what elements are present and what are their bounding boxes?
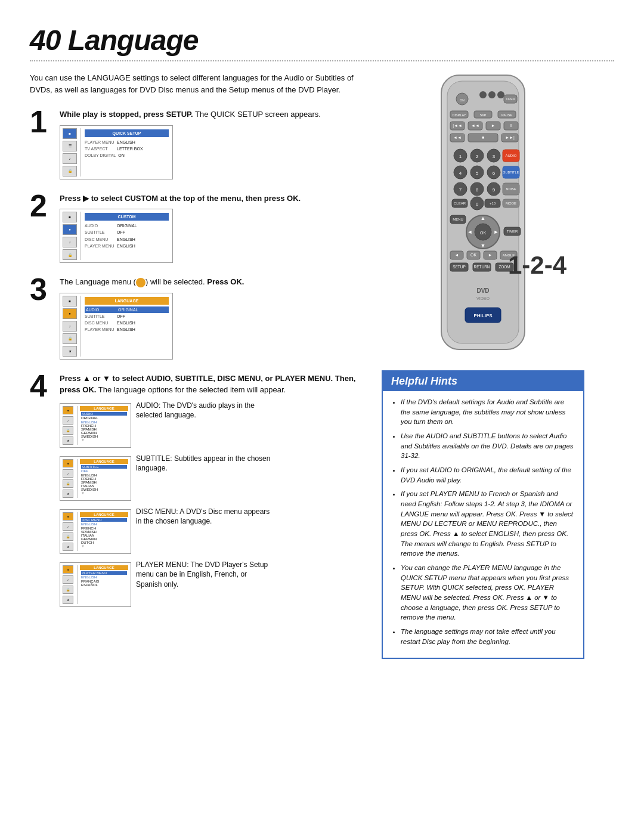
svg-point-6	[497, 91, 504, 98]
svg-text:NOISE: NOISE	[506, 187, 516, 191]
screen-row-subtitle3: SUBTITLE OFF	[85, 313, 169, 320]
player-screen-content: LANGUAGE PLAYER MENU ENGLISH FRANÇAIS ES…	[80, 565, 128, 604]
screen-row-audio2: AUDIO ORIGINAL	[85, 222, 169, 229]
icon-lock3: 🔒	[63, 333, 77, 344]
screen-row-player3: PLAYER MENU ENGLISH	[85, 326, 169, 333]
icon-disc4: ★	[63, 543, 73, 551]
svg-text:▼: ▼	[481, 243, 486, 249]
sub-step-audio: ● ♪ 🔒 ★ LANGUAGE AUDIO ORIGINAL ENGLISH …	[60, 401, 364, 448]
main-layout: You can use the LANGUAGE settings to sel…	[30, 72, 614, 659]
icon-player4: ★	[63, 596, 73, 604]
step-number-4: 4	[30, 370, 51, 401]
screen-row-disc: DISC MENU ENGLISH	[85, 236, 169, 243]
step-1-bold: While play is stopped, press SETUP.	[60, 110, 193, 119]
sub-step-subtitle: ● ♪ 🔒 ★ LANGUAGE SUBTITLE OFF ENGLISH FR…	[60, 454, 364, 501]
player-option-english: ENGLISH	[81, 575, 127, 579]
svg-text:MODE: MODE	[506, 202, 516, 205]
svg-text:◄◄: ◄◄	[471, 123, 479, 128]
subtitle-screen: ● ♪ 🔒 ★ LANGUAGE SUBTITLE OFF ENGLISH FR…	[60, 456, 131, 501]
sub-scroll-more: ▼	[81, 491, 127, 495]
step-number-2: 2	[30, 190, 51, 221]
svg-text:6: 6	[493, 171, 496, 176]
icon-sub4: ★	[63, 490, 73, 498]
icon-menu: ☰	[63, 141, 77, 151]
step-1: 1 While play is stopped, press SETUP. Th…	[30, 109, 364, 179]
audio-lang-label: AUDIO	[81, 412, 127, 416]
icon-disc1: ●	[63, 512, 73, 521]
icon-lock: 🔒	[63, 166, 77, 176]
svg-text:◄: ◄	[467, 229, 473, 235]
subtitle-lang-label: SUBTITLE	[81, 465, 127, 469]
remote-container: 1-2-4 ON OPEN DISPLAY SKP	[417, 72, 549, 358]
player-screen: ● ♪ 🔒 ★ LANGUAGE PLAYER MENU ENGLISH FRA…	[60, 562, 131, 607]
icon-lock2: 🔒	[63, 249, 77, 260]
svg-text:DISPLAY: DISPLAY	[453, 113, 466, 117]
audio-screen-content: LANGUAGE AUDIO ORIGINAL ENGLISH FRENCH S…	[80, 406, 128, 445]
step-number-3: 3	[30, 274, 51, 305]
screen-row-disc3: DISC MENU ENGLISH	[85, 320, 169, 326]
step-2-content: Press ▶ to select CUSTOM at the top of t…	[60, 193, 364, 264]
subtitle-header: LANGUAGE	[80, 459, 128, 464]
screen-row-player: PLAYER MENU ENGLISH	[85, 139, 169, 145]
svg-text:OK: OK	[470, 253, 476, 257]
subtitle-screen-content: LANGUAGE SUBTITLE OFF ENGLISH FRENCH SPA…	[80, 459, 128, 498]
svg-text:3: 3	[493, 154, 496, 159]
sub-option-off: OFF	[81, 469, 127, 473]
svg-text:CLEAR: CLEAR	[454, 202, 466, 205]
svg-text:TIMER: TIMER	[507, 230, 518, 233]
disc-scroll-more: ▼	[81, 544, 127, 548]
svg-text:7: 7	[459, 187, 462, 193]
icon-player1: ●	[63, 565, 73, 574]
audio-screen: ● ♪ 🔒 ★ LANGUAGE AUDIO ORIGINAL ENGLISH …	[60, 403, 131, 448]
screen-row-tv: TV ASPECT LETTER BOX	[85, 145, 169, 152]
svg-text:■: ■	[482, 135, 484, 140]
svg-text:9: 9	[493, 187, 496, 193]
helpful-hints-list: If the DVD's default settings for Audio …	[391, 397, 575, 646]
icon-quick: ■	[63, 128, 77, 139]
svg-text:0: 0	[476, 202, 479, 207]
icon-audio-lang: ●	[63, 406, 73, 414]
player-description: PLAYER MENU: The DVD Player's Setup menu…	[136, 560, 273, 590]
svg-text:SUBTITLE: SUBTITLE	[503, 171, 519, 174]
svg-text:|◄◄: |◄◄	[453, 123, 462, 128]
svg-rect-1	[447, 81, 519, 343]
icon-sound2: ♪	[63, 237, 77, 247]
svg-text:►: ►	[491, 123, 496, 128]
audio-header: LANGUAGE	[80, 406, 128, 411]
icon-disc2: ♪	[63, 522, 73, 531]
remote-svg: ON OPEN DISPLAY SKP PAUSE |◄◄ ◄◄	[423, 72, 543, 358]
step-2-screen: ■ ● ♪ 🔒 CUSTOM AUDIO ORIGINAL SUBTITLE	[60, 209, 173, 263]
disc-header: LANGUAGE	[80, 512, 128, 517]
icon-a4: ★	[63, 436, 73, 445]
svg-text:◄: ◄	[455, 253, 459, 257]
screen-header-custom: CUSTOM	[85, 213, 169, 221]
svg-text:1: 1	[459, 154, 462, 159]
subtitle-description: SUBTITLE: Subtitles appear in the chosen…	[136, 454, 273, 474]
icon-a3: 🔒	[63, 426, 73, 435]
page-numbers-label: 1-2-4	[508, 251, 566, 280]
step-3: 3 The Language menu () will be selected.…	[30, 276, 364, 360]
page-title: 40 Language	[30, 24, 614, 57]
player-header: LANGUAGE	[80, 565, 128, 570]
step-2-bold: Press ▶ to select CUSTOM at the top of t…	[60, 194, 301, 203]
hint-item-5: You can change the PLAYER MENU language …	[401, 563, 575, 623]
step-4-bold: Press ▲ or ▼ to select AUDIO, SUBTITLE, …	[60, 374, 355, 395]
disc-screen-content: LANGUAGE DISC MENU ENGLISH FRENCH SPANIS…	[80, 512, 128, 551]
audio-description: AUDIO: The DVD's audio plays in the sele…	[136, 401, 273, 421]
hint-item-4: If you set PLAYER MENU to French or Span…	[401, 489, 575, 559]
icon-sub1: ●	[63, 459, 73, 467]
screen-row-subtitle2: SUBTITLE OFF	[85, 229, 169, 236]
icon-player3: 🔒	[63, 586, 73, 594]
svg-text:►►|: ►►|	[505, 135, 515, 140]
svg-text:▲: ▲	[481, 215, 486, 221]
svg-point-4	[479, 91, 487, 98]
step-4: 4 Press ▲ or ▼ to select AUDIO, SUBTITLE…	[30, 373, 364, 613]
step-3-bold: Press OK.	[207, 277, 244, 286]
svg-text:PAUSE: PAUSE	[501, 113, 513, 117]
svg-text:DVD: DVD	[476, 287, 489, 294]
svg-text:VIDEO: VIDEO	[476, 296, 490, 301]
hint-item-2: Use the AUDIO and SUBTITLE buttons to se…	[401, 431, 575, 461]
screen-header-quick: QUICK SETUP	[85, 129, 169, 137]
player-option-espanol: ESPAÑOL	[81, 583, 127, 587]
disc-screen: ● ♪ 🔒 ★ LANGUAGE DISC MENU ENGLISH FRENC…	[60, 509, 131, 554]
